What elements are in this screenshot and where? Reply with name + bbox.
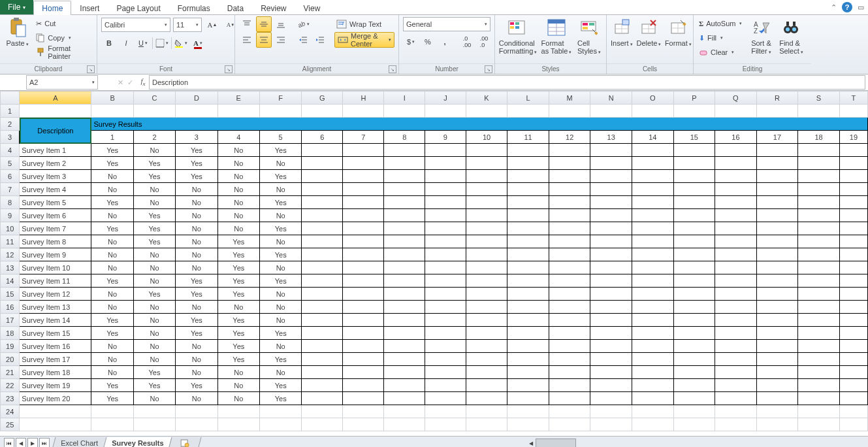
cell-data[interactable] bbox=[632, 196, 673, 209]
cell-data[interactable]: Yes bbox=[91, 144, 133, 157]
cell-data[interactable] bbox=[590, 366, 632, 379]
cell-data[interactable] bbox=[756, 196, 798, 209]
cell-data[interactable] bbox=[756, 379, 798, 392]
cell-data[interactable]: Yes bbox=[259, 353, 301, 366]
conditional-formatting-button[interactable]: ConditionalFormatting bbox=[499, 17, 537, 60]
cell-data[interactable]: Yes bbox=[259, 379, 301, 392]
cell-item-label[interactable]: Survey Item 8 bbox=[20, 235, 91, 248]
cell-data[interactable] bbox=[839, 379, 867, 392]
cell-col-num-5[interactable]: 5 bbox=[259, 131, 301, 144]
cell-data[interactable] bbox=[425, 274, 466, 288]
cell-item-label[interactable]: Survey Item 13 bbox=[20, 301, 91, 314]
cell-data[interactable]: Yes bbox=[133, 209, 175, 222]
cell-data[interactable] bbox=[466, 157, 507, 170]
cell-data[interactable]: Yes bbox=[217, 288, 259, 301]
cell-data[interactable]: No bbox=[133, 196, 175, 209]
cell-styles-button[interactable]: CellStyles bbox=[576, 17, 602, 60]
cell[interactable] bbox=[217, 405, 259, 418]
cell-data[interactable] bbox=[466, 209, 507, 222]
cell-data[interactable] bbox=[507, 392, 549, 405]
row-header-23[interactable]: 23 bbox=[1, 392, 20, 405]
cell-data[interactable] bbox=[302, 261, 343, 274]
row-header-8[interactable]: 8 bbox=[1, 196, 20, 209]
cell-data[interactable] bbox=[673, 379, 715, 392]
row-header-14[interactable]: 14 bbox=[1, 274, 20, 288]
cell-data[interactable] bbox=[839, 196, 867, 209]
cell-data[interactable] bbox=[590, 301, 632, 314]
cell-data[interactable]: No bbox=[176, 235, 217, 248]
row-header-20[interactable]: 20 bbox=[1, 353, 20, 366]
cell-data[interactable] bbox=[798, 340, 840, 353]
cell-data[interactable]: Yes bbox=[133, 366, 175, 379]
cell-data[interactable] bbox=[466, 288, 507, 301]
col-header-F[interactable]: F bbox=[259, 91, 301, 105]
cell-data[interactable] bbox=[302, 235, 343, 248]
bold-button[interactable]: B bbox=[101, 35, 117, 51]
percent-format-button[interactable]: % bbox=[420, 34, 436, 50]
cell-data[interactable] bbox=[715, 235, 757, 248]
cell-data[interactable] bbox=[384, 144, 425, 157]
cell-col-num-15[interactable]: 15 bbox=[673, 131, 715, 144]
cell-data[interactable] bbox=[466, 366, 507, 379]
cell-data[interactable] bbox=[673, 327, 715, 340]
cell-data[interactable]: Yes bbox=[133, 222, 175, 235]
tab-page-layout[interactable]: Page Layout bbox=[108, 1, 169, 15]
cell-data[interactable]: Yes bbox=[259, 170, 301, 183]
spreadsheet-grid[interactable]: ABCDEFGHIJKLMNOPQRST 12DescriptionSurvey… bbox=[0, 91, 868, 431]
cell-data[interactable] bbox=[798, 366, 840, 379]
cell-data[interactable] bbox=[756, 157, 798, 170]
cell-item-label[interactable]: Survey Item 9 bbox=[20, 248, 91, 261]
cell-item-label[interactable]: Survey Item 12 bbox=[20, 288, 91, 301]
alignment-dialog-launcher[interactable]: ↘ bbox=[389, 65, 396, 73]
cell-data[interactable] bbox=[590, 340, 632, 353]
cell-data[interactable] bbox=[590, 157, 632, 170]
cell-data[interactable] bbox=[466, 301, 507, 314]
cell-data[interactable] bbox=[343, 261, 384, 274]
align-center-button[interactable] bbox=[256, 32, 272, 48]
cell-data[interactable] bbox=[466, 196, 507, 209]
cell-data[interactable] bbox=[673, 183, 715, 196]
cell-data[interactable] bbox=[425, 144, 466, 157]
cell-data[interactable] bbox=[425, 157, 466, 170]
cell-data[interactable]: No bbox=[176, 183, 217, 196]
cell-data[interactable] bbox=[302, 314, 343, 327]
cell-data[interactable] bbox=[343, 196, 384, 209]
row-header-17[interactable]: 17 bbox=[1, 314, 20, 327]
cell-data[interactable] bbox=[673, 261, 715, 274]
sheet-nav-first[interactable]: ⏮ bbox=[4, 438, 14, 447]
cell-data[interactable]: Yes bbox=[217, 235, 259, 248]
cell-data[interactable] bbox=[466, 248, 507, 261]
cell-data[interactable] bbox=[798, 196, 840, 209]
cell-data[interactable] bbox=[632, 379, 673, 392]
cell-col-num-13[interactable]: 13 bbox=[590, 131, 632, 144]
cell-data[interactable]: No bbox=[217, 301, 259, 314]
cell-data[interactable] bbox=[384, 235, 425, 248]
hscroll-left[interactable]: ◀ bbox=[529, 440, 533, 446]
cell-data[interactable] bbox=[302, 327, 343, 340]
cell-col-num-2[interactable]: 2 bbox=[133, 131, 175, 144]
cell-item-label[interactable]: Survey Item 19 bbox=[20, 379, 91, 392]
cell-data[interactable] bbox=[302, 301, 343, 314]
cell-col-num-17[interactable]: 17 bbox=[756, 131, 798, 144]
hscroll-thumb[interactable] bbox=[536, 439, 576, 447]
row-header-6[interactable]: 6 bbox=[1, 170, 20, 183]
cell-data[interactable] bbox=[507, 340, 549, 353]
cell-col-num-14[interactable]: 14 bbox=[632, 131, 673, 144]
row-header-5[interactable]: 5 bbox=[1, 157, 20, 170]
cell-data[interactable] bbox=[673, 366, 715, 379]
cell-data[interactable] bbox=[673, 170, 715, 183]
cell-data[interactable] bbox=[590, 209, 632, 222]
cell-data[interactable]: Yes bbox=[91, 379, 133, 392]
cell-data[interactable]: Yes bbox=[217, 248, 259, 261]
row-header-16[interactable]: 16 bbox=[1, 301, 20, 314]
wrap-text-button[interactable]: Wrap Text bbox=[334, 17, 383, 31]
align-bottom-button[interactable] bbox=[273, 16, 289, 32]
cell-col-num-4[interactable]: 4 bbox=[217, 131, 259, 144]
row-header-18[interactable]: 18 bbox=[1, 327, 20, 340]
cell-data[interactable] bbox=[384, 379, 425, 392]
cell-data[interactable]: Yes bbox=[176, 144, 217, 157]
cell[interactable] bbox=[259, 405, 301, 418]
cell-data[interactable] bbox=[715, 144, 757, 157]
cell-data[interactable]: Yes bbox=[259, 392, 301, 405]
cell-data[interactable] bbox=[384, 301, 425, 314]
